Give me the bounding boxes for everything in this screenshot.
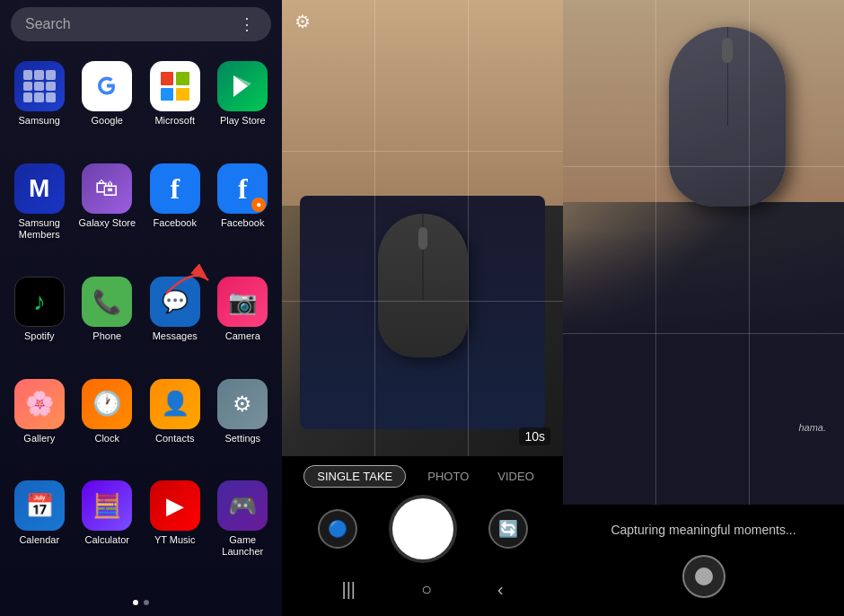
- camera-viewfinder: ⚙ 10s: [282, 0, 563, 456]
- app-item-ytmusic[interactable]: ▶ YT Music: [143, 475, 207, 585]
- search-input[interactable]: [25, 16, 239, 32]
- mode-selector: SINGLE TAKE PHOTO VIDEO: [282, 465, 563, 488]
- app-label-phone: Phone: [92, 330, 121, 342]
- page-indicator: [0, 593, 282, 616]
- flip-icon: 🔄: [498, 519, 518, 539]
- calculator-icon: 🧮: [82, 480, 132, 531]
- hama-label: hama.: [798, 422, 826, 433]
- spotify-icon: ♪: [14, 277, 65, 327]
- recents-icon[interactable]: |||: [341, 579, 356, 600]
- capture-info: Capturing meaningful moments...: [563, 505, 844, 616]
- app-item-phone[interactable]: 📞 Phone: [75, 271, 140, 370]
- mousepad: [300, 196, 545, 429]
- app-item-camera[interactable]: 📷 Camera: [211, 271, 276, 370]
- shutter-row: 🔵 🔄: [282, 498, 563, 559]
- lens-selector[interactable]: 🔵: [318, 509, 357, 549]
- app-item-spotify[interactable]: ♪ Spotify: [7, 271, 72, 370]
- mouse-shape: [378, 214, 468, 357]
- shutter-button[interactable]: [392, 498, 453, 559]
- app-label-game: Game Launcher: [213, 534, 274, 558]
- app-item-clock[interactable]: 🕐 Clock: [75, 374, 140, 472]
- facebook2-icon: f ●: [217, 163, 268, 214]
- app-label-google: Google: [92, 115, 123, 127]
- app-label-facebook2: Facebook: [221, 217, 264, 229]
- settings-icon: ⚙: [217, 379, 268, 429]
- facebook1-icon: f: [150, 163, 200, 214]
- mode-photo[interactable]: PHOTO: [420, 466, 476, 487]
- capture-button-inner: [695, 568, 713, 585]
- app-label-spotify: Spotify: [24, 330, 55, 342]
- timer-badge: 10s: [519, 427, 550, 445]
- search-bar[interactable]: ⋮: [11, 7, 271, 41]
- camera-settings-icon[interactable]: ⚙: [295, 11, 311, 32]
- microsoft-icon: [150, 61, 200, 111]
- capture-button[interactable]: [682, 555, 725, 598]
- nav-bar: ||| ○ ‹: [282, 572, 563, 607]
- calendar-icon: 📅: [14, 480, 65, 531]
- back-icon[interactable]: ‹: [497, 579, 504, 600]
- gallery-icon: 🌸: [14, 379, 65, 429]
- samsung-members-icon: M: [14, 163, 65, 214]
- app-item-contacts[interactable]: 👤 Contacts: [143, 374, 207, 472]
- app-label-camera: Camera: [225, 330, 260, 342]
- svg-marker-0: [233, 75, 248, 97]
- right-camera-panel: hama. Capturing meaningful moments...: [563, 0, 844, 616]
- app-item-microsoft[interactable]: Microsoft: [143, 56, 207, 154]
- app-item-samsung[interactable]: Samsung: [7, 56, 72, 154]
- right-viewfinder: hama.: [563, 0, 844, 505]
- camera-panel: ⚙ 10s SINGLE TAKE PHOTO VIDEO 🔵 🔄 ||| ○ …: [282, 0, 563, 616]
- app-label-playstore: Play Store: [220, 115, 266, 127]
- playstore-icon: [217, 61, 268, 111]
- clock-icon: 🕐: [82, 379, 132, 429]
- app-label-clock: Clock: [94, 433, 119, 444]
- red-arrow: [162, 262, 215, 298]
- app-label-messages: Messages: [153, 330, 198, 342]
- app-item-gallery[interactable]: 🌸 Gallery: [7, 374, 72, 472]
- app-item-game[interactable]: 🎮 Game Launcher: [211, 475, 276, 585]
- app-label-gallery: Gallery: [23, 433, 55, 444]
- capture-status-text: Capturing meaningful moments...: [611, 523, 796, 537]
- app-label-samsung: Samsung: [19, 115, 60, 127]
- ytmusic-icon: ▶: [150, 480, 200, 531]
- camera-icon: 📷: [217, 277, 268, 327]
- camera-controls: SINGLE TAKE PHOTO VIDEO 🔵 🔄 ||| ○ ‹: [282, 456, 563, 616]
- app-item-playstore[interactable]: Play Store: [211, 56, 276, 154]
- more-options-icon[interactable]: ⋮: [239, 14, 257, 34]
- home-icon[interactable]: ○: [421, 579, 432, 600]
- app-item-google[interactable]: Google: [75, 56, 140, 154]
- app-label-calendar: Calendar: [19, 534, 59, 546]
- app-label-ytmusic: YT Music: [154, 534, 196, 546]
- app-item-settings[interactable]: ⚙ Settings: [211, 374, 276, 472]
- app-label-calculator: Calculator: [84, 534, 129, 546]
- app-item-calculator[interactable]: 🧮 Calculator: [75, 475, 140, 585]
- lens-icon: 🔵: [328, 519, 347, 539]
- mode-video[interactable]: VIDEO: [490, 466, 541, 487]
- app-item-samsung-members[interactable]: M Samsung Members: [7, 158, 72, 268]
- app-label-samsung-members: Samsung Members: [9, 217, 70, 241]
- phone-icon: 📞: [82, 277, 132, 327]
- contacts-icon: 👤: [150, 379, 200, 429]
- app-label-contacts: Contacts: [155, 433, 194, 444]
- galaxy-store-icon: 🛍: [82, 163, 132, 214]
- apps-grid: Samsung Google Microsoft: [0, 48, 282, 593]
- app-item-facebook1[interactable]: f Facebook: [143, 158, 207, 268]
- page-dot-2: [144, 600, 149, 605]
- right-viewfinder-bg: hama.: [563, 0, 844, 505]
- viewfinder-background: ⚙ 10s: [282, 0, 563, 456]
- page-dot-1: [133, 600, 138, 605]
- app-drawer: ⋮ Samsung Google: [0, 0, 282, 616]
- app-item-galaxy-store[interactable]: 🛍 Galaxy Store: [75, 158, 140, 268]
- app-label-facebook1: Facebook: [154, 217, 197, 229]
- samsung-icon: [14, 61, 65, 111]
- flip-camera-button[interactable]: 🔄: [488, 509, 528, 549]
- app-label-galaxy-store: Galaxy Store: [78, 217, 136, 229]
- app-label-settings: Settings: [224, 433, 260, 444]
- mode-single-take[interactable]: SINGLE TAKE: [303, 465, 406, 488]
- app-item-facebook2[interactable]: f ● Facebook: [211, 158, 276, 268]
- google-icon: [82, 61, 132, 111]
- app-label-microsoft: Microsoft: [154, 115, 195, 127]
- game-launcher-icon: 🎮: [217, 480, 268, 531]
- app-item-calendar[interactable]: 📅 Calendar: [7, 475, 72, 585]
